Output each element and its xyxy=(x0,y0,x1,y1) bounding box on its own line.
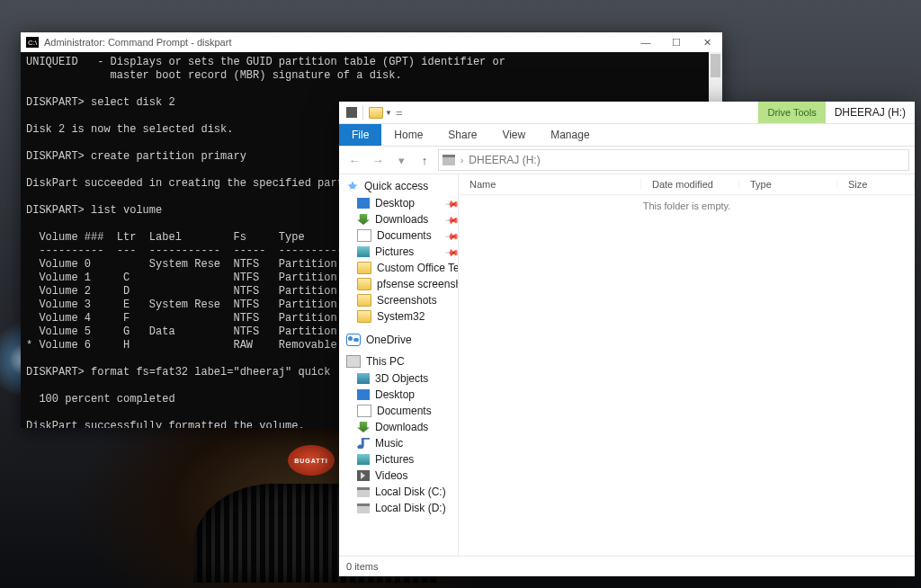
cmd-icon: C:\ xyxy=(26,37,39,48)
address-text: DHEERAJ (H:) xyxy=(469,154,540,166)
nav-item[interactable]: Local Disk (C:) xyxy=(346,484,458,500)
nav-item[interactable]: Desktop📌 xyxy=(346,195,458,211)
ribbon-tab-view[interactable]: View xyxy=(489,124,538,146)
quick-access-toolbar: ▼ = Drive Tools DHEERAJ (H:) xyxy=(339,102,915,124)
nav-item-label: System32 xyxy=(377,310,425,323)
ribbon-tab-share[interactable]: Share xyxy=(435,124,489,146)
nav-item[interactable]: Music xyxy=(346,435,458,451)
drv-icon xyxy=(357,487,370,497)
pic-icon xyxy=(357,454,370,465)
content-pane[interactable]: Name Date modified Type Size This folder… xyxy=(459,174,915,556)
nav-item[interactable]: Documents📌 xyxy=(346,227,458,244)
cmd-minimize-button[interactable]: — xyxy=(630,32,661,52)
ribbon-tab-home[interactable]: Home xyxy=(381,124,435,146)
nav-item-label: Pictures xyxy=(375,453,414,466)
nav-item[interactable]: Screenshots xyxy=(346,292,458,308)
doc-icon xyxy=(357,405,371,417)
cmd-maximize-button[interactable]: ☐ xyxy=(661,32,692,52)
nav-item[interactable]: System32 xyxy=(346,308,458,325)
nav-item-label: Downloads xyxy=(375,213,428,226)
qat-dropdown-icon[interactable]: ▼ xyxy=(385,109,392,117)
breadcrumb-chevron-icon[interactable]: › xyxy=(460,156,463,165)
nav-item-label: Local Disk (D:) xyxy=(375,502,446,514)
dsk-icon xyxy=(357,389,370,400)
nav-item-label: Music xyxy=(375,437,403,450)
ribbon-tab-file[interactable]: File xyxy=(339,124,381,146)
drv-icon xyxy=(357,503,370,513)
fld-icon xyxy=(357,310,371,323)
nav-item[interactable]: Videos xyxy=(346,468,458,484)
dls-icon xyxy=(357,214,370,225)
pic-icon xyxy=(357,246,370,257)
nav-item[interactable]: pfsense screenshots xyxy=(346,276,458,292)
fld-icon xyxy=(357,262,371,274)
nav-item-label: Desktop xyxy=(375,197,415,209)
nav-item[interactable]: Custom Office Templates xyxy=(346,260,458,276)
nav-back-button[interactable]: ← xyxy=(344,150,364,170)
ribbon-tabs: File Home Share View Manage xyxy=(339,124,915,147)
address-bar[interactable]: › DHEERAJ (H:) xyxy=(438,149,909,171)
dsk-icon xyxy=(357,198,370,209)
nav-item-label: Desktop xyxy=(375,388,415,401)
cmd-scroll-thumb[interactable] xyxy=(711,54,720,77)
pin-icon: 📌 xyxy=(445,196,459,210)
contextual-tab-drive-tools[interactable]: Drive Tools xyxy=(758,102,825,123)
nav-group-label: OneDrive xyxy=(366,334,412,346)
doc-icon xyxy=(357,229,371,242)
pin-icon: 📌 xyxy=(445,212,459,227)
nav-forward-button[interactable]: → xyxy=(368,150,388,170)
nav-item[interactable]: Pictures xyxy=(346,451,458,468)
nav-group-label: Quick access xyxy=(364,180,428,192)
drive-icon xyxy=(443,155,455,165)
fld-icon xyxy=(357,294,371,307)
pin-icon: 📌 xyxy=(445,245,459,259)
qat-separator xyxy=(362,105,363,120)
fld-icon xyxy=(357,278,371,290)
nav-item-label: Custom Office Templates xyxy=(377,262,459,274)
nav-recent-dropdown-icon[interactable]: ▾ xyxy=(391,150,411,170)
pc-icon xyxy=(346,355,361,368)
column-headers[interactable]: Name Date modified Type Size xyxy=(459,174,915,195)
nav-item-label: Screenshots xyxy=(377,294,437,307)
col-type[interactable]: Type xyxy=(739,179,837,190)
nav-group-header[interactable]: Quick access xyxy=(346,180,458,192)
nav-item-label: Pictures xyxy=(375,245,414,258)
new-folder-icon[interactable] xyxy=(369,107,383,119)
cmd-close-button[interactable]: ✕ xyxy=(692,32,722,52)
properties-icon[interactable] xyxy=(346,107,357,118)
nav-up-button[interactable]: ↑ xyxy=(415,150,434,170)
nav-group-label: This PC xyxy=(366,355,405,368)
navigation-pane[interactable]: Quick accessDesktop📌Downloads📌Documents📌… xyxy=(339,174,459,556)
nav-item[interactable]: Local Disk (D:) xyxy=(346,500,458,516)
nav-item-label: Local Disk (C:) xyxy=(375,486,446,498)
nav-group-header[interactable]: This PC xyxy=(346,355,458,368)
nav-item[interactable]: Downloads📌 xyxy=(346,211,458,227)
one-icon xyxy=(346,334,361,346)
nav-item-label: Videos xyxy=(375,469,407,482)
star-icon xyxy=(346,181,359,192)
nav-item-label: Documents xyxy=(377,405,432,417)
nav-item[interactable]: Pictures📌 xyxy=(346,244,458,260)
col-date[interactable]: Date modified xyxy=(641,179,739,190)
cmd-title-text: Administrator: Command Prompt - diskpart xyxy=(44,37,231,48)
nav-item-label: 3D Objects xyxy=(375,372,428,385)
nav-item-label: Documents xyxy=(377,229,432,242)
file-explorer-window[interactable]: ▼ = Drive Tools DHEERAJ (H:) File Home S… xyxy=(339,102,915,576)
empty-folder-message: This folder is empty. xyxy=(459,195,915,556)
col-name[interactable]: Name xyxy=(459,179,641,190)
explorer-window-title: DHEERAJ (H:) xyxy=(826,106,915,119)
pin-icon: 📌 xyxy=(445,228,459,243)
nav-item[interactable]: Downloads xyxy=(346,419,458,435)
col-size[interactable]: Size xyxy=(837,179,915,190)
wallpaper-badge: BUGATTI xyxy=(288,445,335,476)
nav-item-label: Downloads xyxy=(375,421,428,433)
nav-item[interactable]: 3D Objects xyxy=(346,370,458,387)
nav-group-header[interactable]: OneDrive xyxy=(346,334,458,346)
cmd-titlebar[interactable]: C:\ Administrator: Command Prompt - disk… xyxy=(21,32,722,52)
qat-customize-icon[interactable]: = xyxy=(396,106,403,120)
vid-icon xyxy=(357,470,370,481)
ribbon-tab-manage[interactable]: Manage xyxy=(538,124,602,146)
nav-item[interactable]: Desktop xyxy=(346,387,458,403)
nav-item[interactable]: Documents xyxy=(346,403,458,419)
address-bar-row: ← → ▾ ↑ › DHEERAJ (H:) xyxy=(339,147,915,174)
